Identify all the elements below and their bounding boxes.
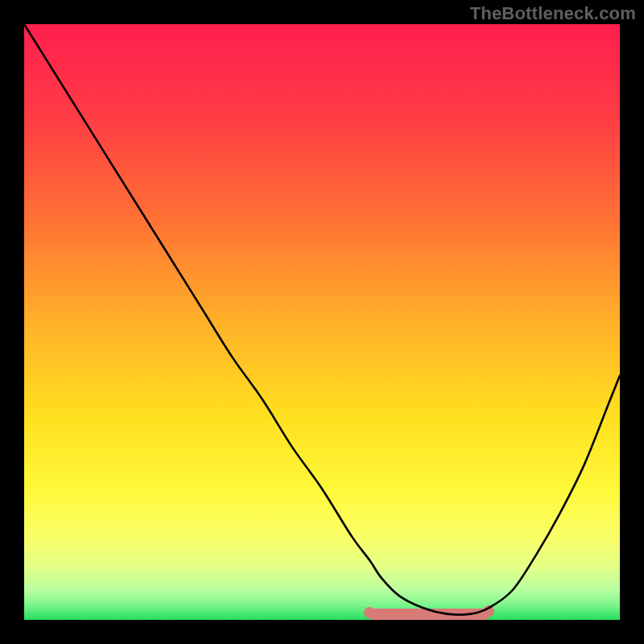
watermark-text: TheBottleneck.com: [470, 3, 636, 24]
plot-area: [24, 24, 620, 620]
bottleneck-curve-line: [24, 24, 620, 620]
chart-frame: TheBottleneck.com: [0, 0, 644, 644]
